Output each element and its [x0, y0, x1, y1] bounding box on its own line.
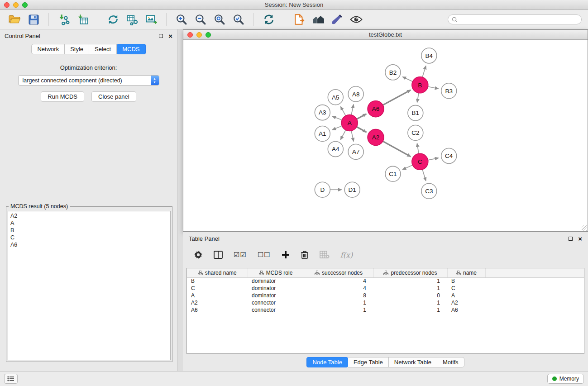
- close-panel-icon[interactable]: ×: [168, 33, 172, 39]
- node-table[interactable]: shared nameMCDS rolesuccessor nodesprede…: [186, 268, 584, 354]
- float-table-panel-icon[interactable]: [569, 237, 573, 241]
- node-C1[interactable]: C1: [385, 166, 401, 181]
- network-view-window[interactable]: testGlobe.txt B4B2BB3A8A5A6A3B1AC2A1A2A4…: [183, 29, 588, 232]
- zoom-selected-icon[interactable]: [230, 12, 247, 27]
- edge-A-A1[interactable]: [332, 126, 342, 130]
- close-panel-button[interactable]: Close panel: [91, 91, 136, 102]
- save-session-icon[interactable]: [25, 12, 42, 27]
- node-A1[interactable]: A1: [315, 126, 330, 142]
- column-header-shared-name[interactable]: shared name: [187, 268, 248, 277]
- task-history-button[interactable]: [4, 374, 18, 384]
- node-D[interactable]: D: [315, 182, 330, 197]
- column-header-MCDS-role[interactable]: MCDS role: [248, 268, 304, 277]
- node-A[interactable]: A: [341, 115, 358, 131]
- edge-A2-C[interactable]: [382, 141, 411, 157]
- column-header-name[interactable]: name: [447, 268, 485, 277]
- table-row[interactable]: A6connector11A6: [187, 306, 584, 314]
- table-row[interactable]: Cdominator41C: [187, 285, 584, 292]
- close-window-button[interactable]: [4, 2, 10, 8]
- delete-column-trash-icon[interactable]: [301, 250, 309, 259]
- edge-A6-B[interactable]: [382, 90, 411, 105]
- tab-network[interactable]: Network: [31, 44, 65, 54]
- node-A6[interactable]: A6: [368, 101, 384, 117]
- node-A7[interactable]: A7: [348, 144, 363, 159]
- edge-A-A3[interactable]: [332, 116, 342, 120]
- network-canvas[interactable]: B4B2BB3A8A5A6A3B1AC2A1A2A4A7C4CC1C3DD1: [183, 40, 588, 231]
- tab-network-table[interactable]: Network Table: [389, 357, 437, 367]
- open-session-icon[interactable]: [6, 12, 23, 27]
- mcds-result-item[interactable]: A: [10, 219, 168, 227]
- open-recent-file-icon[interactable]: [291, 12, 307, 27]
- zoom-network-window-button[interactable]: [206, 32, 211, 38]
- edge-C-C4[interactable]: [428, 158, 439, 160]
- window-resize-handle[interactable]: [582, 225, 587, 231]
- table-row[interactable]: Adominator80A: [187, 292, 584, 299]
- minimize-network-window-button[interactable]: [196, 32, 202, 38]
- edge-C-C2[interactable]: [417, 143, 419, 154]
- import-table-from-file-icon[interactable]: [75, 12, 91, 27]
- zoom-out-icon[interactable]: [192, 12, 209, 27]
- edge-B-B2[interactable]: [402, 77, 413, 82]
- tab-style[interactable]: Style: [65, 44, 89, 54]
- search-box[interactable]: [448, 14, 582, 24]
- node-D1[interactable]: D1: [344, 182, 360, 197]
- optimization-criterion-select[interactable]: largest connected component (directed) ▲…: [18, 75, 159, 86]
- edge-B-B4[interactable]: [422, 66, 426, 77]
- node-A2[interactable]: A2: [368, 129, 384, 146]
- import-network-from-file-icon[interactable]: [56, 12, 72, 27]
- select-all-rows-icon[interactable]: ☑☑: [234, 251, 247, 259]
- mcds-result-item[interactable]: C: [10, 234, 168, 241]
- node-C4[interactable]: C4: [441, 148, 457, 163]
- node-C2[interactable]: C2: [408, 125, 423, 141]
- tab-edge-table[interactable]: Edge Table: [348, 357, 389, 367]
- network-graph[interactable]: B4B2BB3A8A5A6A3B1AC2A1A2A4A7C4CC1C3DD1: [183, 40, 588, 231]
- table-settings-gear-icon[interactable]: [194, 250, 203, 259]
- table-row[interactable]: Bdominator41B: [187, 277, 584, 285]
- edge-A-A2[interactable]: [356, 127, 366, 132]
- mcds-result-item[interactable]: B: [10, 227, 168, 234]
- close-table-panel-icon[interactable]: ×: [578, 235, 582, 242]
- table-row[interactable]: A2connector11A2: [187, 299, 584, 306]
- edge-C-C3[interactable]: [422, 169, 426, 181]
- search-input[interactable]: [460, 16, 578, 23]
- node-B4[interactable]: B4: [421, 48, 437, 63]
- node-A3[interactable]: A3: [315, 105, 330, 120]
- home-icon[interactable]: [310, 12, 326, 27]
- zoom-window-button[interactable]: [22, 2, 28, 8]
- edge-B-B1[interactable]: [417, 93, 419, 102]
- node-C[interactable]: C: [412, 153, 428, 170]
- add-column-icon[interactable]: [282, 251, 290, 259]
- node-B3[interactable]: B3: [441, 83, 457, 99]
- tab-node-table[interactable]: Node Table: [306, 357, 348, 367]
- edge-A-A8[interactable]: [351, 105, 354, 115]
- minimize-window-button[interactable]: [13, 2, 19, 8]
- mcds-result-item[interactable]: A6: [10, 241, 168, 248]
- edge-A-A4[interactable]: [340, 130, 346, 140]
- apply-style-icon[interactable]: [329, 12, 345, 27]
- deselect-all-rows-icon[interactable]: ☐☐: [258, 251, 271, 259]
- node-A8[interactable]: A8: [348, 86, 363, 102]
- show-columns-icon[interactable]: [214, 251, 223, 259]
- node-B2[interactable]: B2: [385, 65, 401, 80]
- tab-select[interactable]: Select: [89, 44, 117, 54]
- new-network-icon[interactable]: [105, 12, 121, 27]
- close-network-window-button[interactable]: [187, 32, 193, 38]
- edge-A-A6[interactable]: [357, 114, 367, 119]
- float-panel-icon[interactable]: [159, 34, 163, 38]
- column-header-successor-nodes[interactable]: successor nodes: [304, 268, 373, 277]
- node-A4[interactable]: A4: [328, 141, 343, 157]
- zoom-in-icon[interactable]: [173, 12, 190, 27]
- mcds-result-item[interactable]: A2: [10, 212, 168, 219]
- node-B[interactable]: B: [412, 77, 428, 93]
- edge-C-C1[interactable]: [402, 165, 413, 170]
- memory-button[interactable]: Memory: [547, 374, 584, 384]
- new-network-table-icon[interactable]: [124, 12, 140, 27]
- mcds-result-list[interactable]: A2ABCA6: [8, 211, 171, 360]
- export-image-icon[interactable]: [143, 12, 159, 27]
- run-mcds-button[interactable]: Run MCDS: [41, 91, 84, 102]
- tab-motifs[interactable]: Motifs: [437, 357, 464, 367]
- node-A5[interactable]: A5: [328, 90, 343, 105]
- zoom-fit-icon[interactable]: [211, 12, 228, 27]
- node-B1[interactable]: B1: [408, 105, 423, 121]
- column-header-predecessor-nodes[interactable]: predecessor nodes: [373, 268, 447, 277]
